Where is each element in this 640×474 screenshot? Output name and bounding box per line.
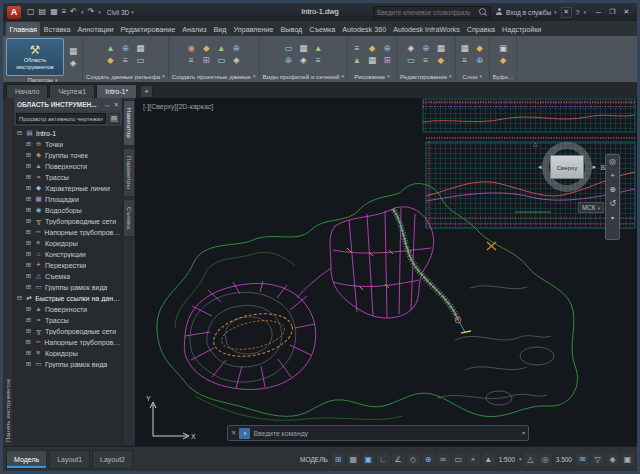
expand-icon[interactable] — [25, 218, 32, 225]
expand-icon[interactable] — [25, 317, 32, 324]
zoom-icon[interactable] — [609, 186, 616, 194]
autoscale-icon[interactable] — [524, 453, 537, 466]
collapse-icon[interactable] — [16, 130, 23, 137]
expand-icon[interactable] — [25, 185, 32, 192]
tree-item[interactable]: Группы рамок вида — [25, 359, 122, 370]
ribbon-tool-icon[interactable] — [297, 43, 309, 54]
file-tab-drawing1[interactable]: Чертеж1 — [49, 84, 95, 98]
steering-wheel-icon[interactable] — [609, 158, 616, 166]
ribbon-tool-icon[interactable] — [381, 43, 393, 54]
ortho-toggle-icon[interactable] — [377, 453, 390, 466]
workspace-switcher[interactable]: Civil 3D ▾ — [107, 9, 134, 16]
tree-root-drawing[interactable]: Intro-1 — [16, 128, 122, 139]
tree-root-data-shortcuts[interactable]: Быстрые ссылки на данные — [16, 293, 122, 304]
navbar-more-icon[interactable] — [611, 214, 614, 222]
expand-icon[interactable] — [25, 306, 32, 313]
search-icon[interactable] — [479, 8, 487, 16]
tree-item[interactable]: Съемка — [25, 271, 122, 282]
dynamic-input-icon[interactable] — [362, 453, 375, 466]
save-icon[interactable] — [50, 8, 58, 16]
ribbon-tool-icon[interactable] — [497, 55, 509, 66]
orbit-icon[interactable] — [609, 200, 616, 208]
expand-icon[interactable] — [25, 141, 32, 148]
tree-item[interactable]: Трассы — [25, 315, 122, 326]
ribbon-tool-icon[interactable] — [420, 43, 432, 54]
tab-insert[interactable]: Вставка — [40, 22, 74, 36]
ribbon-tool-icon[interactable] — [67, 58, 79, 69]
tree-item[interactable]: Точки — [25, 139, 122, 150]
ribbon-tool-icon[interactable] — [312, 55, 324, 66]
viewcube-rotate-right-icon[interactable] — [592, 163, 596, 170]
undo-icon[interactable] — [70, 8, 77, 16]
drawing-canvas[interactable]: Y X [-][Сверху][2D-каркас] Сверху В — [135, 98, 637, 446]
expand-icon[interactable] — [25, 339, 32, 346]
ribbon-tool-icon[interactable] — [104, 55, 116, 66]
viewcube[interactable]: Сверху В — [533, 140, 605, 202]
open-file-icon[interactable] — [39, 8, 47, 16]
tree-item[interactable]: Напорные трубопроводы — [25, 227, 122, 238]
scale-dropdown-icon[interactable]: ▾ — [519, 456, 522, 462]
tree-item[interactable]: Перекрестки — [25, 260, 122, 271]
toolspace-close-icon[interactable]: ✕ — [114, 101, 119, 109]
ribbon-tool-icon[interactable] — [312, 43, 324, 54]
clean-screen-icon[interactable] — [621, 453, 634, 466]
restore-button[interactable]: ❐ — [606, 6, 619, 18]
annotation-visibility-icon[interactable] — [482, 453, 495, 466]
annotation-scale-button[interactable]: 1:500 — [497, 456, 517, 463]
tree-item[interactable]: Коридоры — [25, 348, 122, 359]
isodraft-icon[interactable] — [407, 453, 420, 466]
expand-icon[interactable] — [25, 361, 32, 368]
toolspace-properties-icon[interactable]: ↔ — [104, 101, 111, 108]
tree-item[interactable]: Трубопроводные сети — [25, 216, 122, 227]
expand-icon[interactable] — [25, 152, 32, 159]
panel-label-draw[interactable]: Рисование▾ — [351, 71, 393, 81]
tab-modify[interactable]: Редактирование — [117, 22, 179, 36]
file-tab-start[interactable]: Начало — [6, 84, 48, 98]
elevation-value[interactable]: 3.500 — [554, 456, 574, 463]
object-snap-icon[interactable] — [422, 453, 435, 466]
ribbon-tool-icon[interactable] — [381, 55, 393, 66]
redo-dropdown-icon[interactable]: ▾ — [98, 9, 101, 15]
ribbon-tool-icon[interactable] — [134, 55, 146, 66]
expand-icon[interactable] — [25, 207, 32, 214]
close-button[interactable]: ✕ — [620, 6, 633, 18]
viewcube-rotate-left-icon[interactable] — [538, 163, 542, 170]
tab-help[interactable]: Справка — [463, 22, 498, 36]
toolspace-title-strip[interactable]: Панель инструментов — [3, 98, 14, 446]
polar-tracking-icon[interactable] — [392, 453, 405, 466]
ribbon-tool-icon[interactable] — [435, 55, 447, 66]
ribbon-tool-icon[interactable] — [134, 43, 146, 54]
layout-tab-model[interactable]: Модель — [6, 450, 47, 469]
ribbon-tool-icon[interactable] — [420, 55, 432, 66]
panel-label-profile-views[interactable]: Виды профилей и сечений▾ — [263, 71, 344, 81]
tree-item[interactable]: Поверхности — [25, 304, 122, 315]
ribbon-tool-icon[interactable] — [215, 43, 227, 54]
ribbon-tool-icon[interactable] — [230, 55, 242, 66]
ribbon-tool-icon[interactable] — [405, 55, 417, 66]
expand-icon[interactable] — [25, 174, 32, 181]
ribbon-tool-icon[interactable] — [474, 55, 486, 66]
expand-icon[interactable] — [25, 229, 32, 236]
redo-icon[interactable] — [88, 8, 95, 16]
command-input[interactable]: Введите команду — [253, 430, 519, 437]
ribbon-tool-icon[interactable] — [200, 43, 212, 54]
selection-cycling-icon[interactable] — [467, 453, 480, 466]
tree-item[interactable]: Трассы — [25, 172, 122, 183]
ucs-badge[interactable]: МСК ▾ — [578, 202, 604, 213]
viewcube-home-icon[interactable] — [533, 140, 538, 149]
tree-item[interactable]: Коридоры — [25, 238, 122, 249]
file-tab-intro1[interactable]: Intro-1* — [96, 84, 137, 98]
collapse-icon[interactable] — [16, 295, 23, 302]
tree-item[interactable]: Поверхности — [25, 161, 122, 172]
ribbon-tool-icon[interactable] — [230, 43, 242, 54]
help-search[interactable] — [373, 6, 491, 18]
ribbon-tool-icon[interactable] — [119, 55, 131, 66]
tab-view[interactable]: Вид — [210, 22, 230, 36]
ribbon-tool-icon[interactable] — [67, 46, 79, 57]
ribbon-tool-icon[interactable] — [366, 55, 378, 66]
tab-prospector[interactable]: Навигатор — [123, 100, 135, 146]
command-history-icon[interactable]: ▾ — [522, 430, 525, 436]
ribbon-tool-icon[interactable] — [104, 43, 116, 54]
exchange-apps-icon[interactable]: ✕ — [561, 7, 572, 18]
ribbon-tool-icon[interactable] — [366, 43, 378, 54]
